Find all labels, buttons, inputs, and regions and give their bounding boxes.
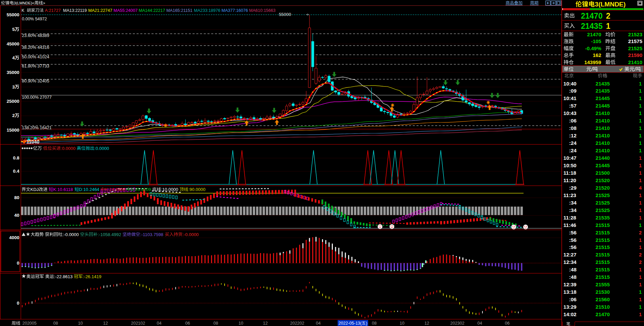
svg-text:21525: 21525 xyxy=(595,192,610,198)
svg-text:K:10.6118: K:10.6118 xyxy=(53,187,74,192)
svg-text:11:28: 11:28 xyxy=(564,215,576,220)
svg-text::12: :12 xyxy=(569,133,576,138)
svg-text:5: 5 xyxy=(12,27,15,32)
svg-text::29: :29 xyxy=(569,185,576,191)
svg-text:1: 1 xyxy=(639,103,642,109)
svg-text:0.00% 54972: 0.00% 54972 xyxy=(22,17,47,21)
svg-text:21525: 21525 xyxy=(595,207,610,213)
svg-text:1: 1 xyxy=(639,148,642,153)
svg-text:21515: 21515 xyxy=(595,237,610,243)
svg-text:21500: 21500 xyxy=(595,170,610,176)
svg-text:1: 1 xyxy=(639,223,642,228)
svg-text:21470: 21470 xyxy=(595,311,610,317)
svg-text::-26.1419: :-26.1419 xyxy=(83,274,101,279)
svg-text:143959: 143959 xyxy=(584,59,601,65)
svg-text:21515: 21515 xyxy=(595,267,610,272)
svg-text::56: :56 xyxy=(569,230,576,235)
svg-text:11:20: 11:20 xyxy=(564,177,576,183)
svg-text:100.00% 27077: 100.00% 27077 xyxy=(22,95,52,100)
svg-text::56: :56 xyxy=(569,237,576,243)
svg-text::34: :34 xyxy=(569,200,576,206)
svg-text:21520: 21520 xyxy=(595,177,610,183)
svg-text:MA165:21151: MA165:21151 xyxy=(166,8,193,13)
svg-text:10:47: 10:47 xyxy=(564,155,576,161)
svg-text::-0.0000: :-0.0000 xyxy=(63,232,80,237)
svg-text:2: 2 xyxy=(12,113,15,118)
svg-text:11040: 11040 xyxy=(26,139,39,145)
svg-text:K:14.4909: K:14.4909 xyxy=(105,187,126,192)
svg-text:2: 2 xyxy=(606,12,610,20)
svg-text:55000: 55000 xyxy=(279,12,291,17)
svg-text:21410: 21410 xyxy=(628,59,642,65)
svg-text:21470: 21470 xyxy=(581,12,603,20)
svg-text::48: :48 xyxy=(569,267,576,272)
svg-text:10:50: 10:50 xyxy=(564,162,576,168)
svg-text:3(LMNDE): 3(LMNDE) xyxy=(595,1,626,8)
svg-text:10: 10 xyxy=(78,321,83,326)
svg-text:21445: 21445 xyxy=(595,95,610,101)
svg-text:1: 1 xyxy=(639,140,642,146)
svg-text:08: 08 xyxy=(372,321,377,326)
svg-text:202302: 202302 xyxy=(450,321,465,326)
svg-text:4: 4 xyxy=(639,185,642,191)
svg-text:4: 4 xyxy=(12,55,15,60)
svg-text:04: 04 xyxy=(477,321,482,326)
svg-text:21525: 21525 xyxy=(595,200,610,206)
svg-text:1: 1 xyxy=(639,267,642,272)
svg-text:21410: 21410 xyxy=(595,140,610,146)
svg-text:KDJ: KDJ xyxy=(31,187,39,192)
svg-text::08: :08 xyxy=(569,125,576,131)
svg-text:21510: 21510 xyxy=(595,304,610,310)
svg-text:21410: 21410 xyxy=(595,148,610,153)
svg-text:35000: 35000 xyxy=(7,70,20,75)
svg-text::06: :06 xyxy=(569,296,576,302)
svg-text:40: 40 xyxy=(14,213,19,218)
svg-text:2022-05-13(: 2022-05-13( xyxy=(339,321,362,326)
svg-text:21515: 21515 xyxy=(595,222,610,228)
svg-text:21410: 21410 xyxy=(595,110,610,116)
svg-text:1: 1 xyxy=(639,304,642,310)
svg-text:MA610:15663: MA610:15663 xyxy=(249,8,276,13)
svg-text::-1058.4992: :-1058.4992 xyxy=(98,232,122,237)
svg-text:1: 1 xyxy=(639,282,642,287)
svg-text:0: 0 xyxy=(17,301,20,306)
svg-text:12: 12 xyxy=(424,321,429,326)
svg-text:08: 08 xyxy=(53,321,58,326)
svg-text:1: 1 xyxy=(639,289,642,295)
svg-text:08: 08 xyxy=(213,321,218,326)
svg-text:10: 10 xyxy=(239,321,243,326)
svg-text:MA144:22217: MA144:22217 xyxy=(139,8,166,13)
svg-text:21520: 21520 xyxy=(595,185,610,191)
svg-text::-22.8613: :-22.8613 xyxy=(54,274,74,279)
svg-text:11:23: 11:23 xyxy=(564,192,576,198)
svg-text:21440: 21440 xyxy=(595,155,610,161)
svg-text:10:41: 10:41 xyxy=(564,95,576,101)
svg-text:80.90% 32405: 80.90% 32405 xyxy=(22,79,50,83)
svg-text:14:02: 14:02 xyxy=(564,311,576,317)
svg-text:1: 1 xyxy=(639,126,642,131)
svg-text::90.0000: :90.0000 xyxy=(188,187,206,192)
svg-text:12:34: 12:34 xyxy=(564,259,577,265)
svg-text:1: 1 xyxy=(639,200,642,206)
svg-text:45000: 45000 xyxy=(7,41,20,46)
svg-text:21535: 21535 xyxy=(595,215,610,220)
svg-text:): ) xyxy=(366,321,367,326)
svg-text::57: :57 xyxy=(569,103,576,109)
svg-text:25000: 25000 xyxy=(7,99,20,104)
svg-text:12: 12 xyxy=(263,321,268,326)
svg-text:04: 04 xyxy=(316,321,321,326)
svg-text:3(LMNDE)<: 3(LMNDE)< xyxy=(14,1,35,5)
svg-text:06: 06 xyxy=(185,321,190,326)
svg-text:21515: 21515 xyxy=(595,252,610,257)
svg-text:1: 1 xyxy=(639,215,642,220)
svg-text::-0.0000: :-0.0000 xyxy=(183,232,199,237)
svg-text:1: 1 xyxy=(639,170,642,176)
svg-text:21410: 21410 xyxy=(595,118,610,123)
svg-text:11:18: 11:18 xyxy=(564,170,576,176)
svg-text:162: 162 xyxy=(593,52,601,58)
svg-text:21590: 21590 xyxy=(628,52,642,58)
svg-text:1: 1 xyxy=(639,237,642,243)
svg-text:21555: 21555 xyxy=(595,282,610,287)
svg-text:21435: 21435 xyxy=(595,88,610,94)
svg-text:06: 06 xyxy=(505,321,510,326)
